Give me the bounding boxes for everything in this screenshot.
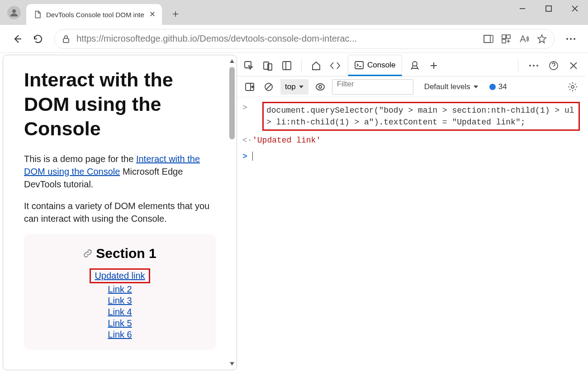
- scroll-up-icon[interactable]: [228, 57, 236, 65]
- clear-console-icon[interactable]: [261, 80, 276, 94]
- chevron-down-icon: [299, 84, 304, 90]
- live-expression-icon[interactable]: [313, 80, 327, 94]
- read-aloud-icon[interactable]: [519, 34, 529, 43]
- favorite-icon[interactable]: [537, 34, 547, 44]
- devtools-tabstrip: Console: [237, 55, 585, 76]
- svg-rect-3: [484, 35, 493, 43]
- tab-console[interactable]: Console: [348, 55, 402, 76]
- inspect-icon[interactable]: [242, 59, 255, 72]
- issues-badge[interactable]: 34: [489, 82, 507, 91]
- svg-rect-6: [507, 35, 510, 38]
- svg-point-19: [536, 65, 538, 67]
- svg-point-24: [571, 86, 574, 88]
- close-window-button[interactable]: [562, 0, 588, 17]
- refresh-button[interactable]: [29, 30, 47, 48]
- close-devtools-icon[interactable]: [567, 59, 580, 72]
- highlighted-code: document.querySelector("body > main > se…: [262, 102, 580, 131]
- svg-rect-7: [502, 39, 506, 43]
- help-icon[interactable]: [547, 59, 560, 72]
- profile-avatar[interactable]: [7, 6, 21, 19]
- section-link[interactable]: Link 3: [108, 296, 132, 305]
- welcome-tab-icon[interactable]: [310, 59, 322, 72]
- svg-point-23: [319, 86, 322, 88]
- document-icon: [33, 10, 42, 19]
- close-tab-icon[interactable]: [149, 11, 156, 18]
- section-link[interactable]: Updated link: [95, 271, 145, 281]
- window-controls: [509, 0, 588, 17]
- scroll-down-icon[interactable]: [228, 360, 236, 368]
- intro-paragraph: This is a demo page for the Interact wit…: [24, 153, 216, 191]
- svg-point-8: [566, 38, 568, 40]
- new-tab-button[interactable]: [167, 6, 184, 22]
- elements-tab-icon[interactable]: [329, 59, 341, 72]
- svg-rect-4: [484, 35, 490, 43]
- svg-point-10: [574, 38, 575, 40]
- url-action-icons: [484, 34, 547, 44]
- section-link[interactable]: Link 6: [108, 329, 132, 339]
- link-section-icon: [83, 249, 92, 258]
- svg-rect-1: [546, 6, 551, 11]
- link-list: Updated link Link 2 Link 3 Link 4 Link 5…: [33, 268, 207, 340]
- list-item: Link 2: [33, 284, 207, 295]
- section-1: Section 1 Updated link Link 2 Link 3 Lin…: [24, 234, 216, 350]
- page-viewport: Interact with the DOM using the Console …: [3, 55, 237, 370]
- svg-point-16: [413, 62, 417, 66]
- page-heading: Interact with the DOM using the Console: [24, 68, 216, 141]
- list-item: Link 3: [33, 296, 207, 306]
- context-selector[interactable]: top: [280, 79, 308, 95]
- console-toolbar: top Filter Default levels 34: [237, 76, 585, 97]
- separator: [518, 59, 518, 72]
- browser-menu-button[interactable]: [562, 30, 580, 48]
- browser-tab[interactable]: DevTools Console tool DOM inte: [26, 4, 162, 25]
- content-split: Interact with the DOM using the Console …: [0, 53, 588, 372]
- devtools-pane: Console top Filter Default levels: [237, 55, 585, 370]
- section-link[interactable]: Link 2: [108, 284, 132, 294]
- filter-input[interactable]: Filter: [332, 79, 413, 95]
- add-tab-icon[interactable]: [427, 59, 440, 72]
- tab-console-label: Console: [367, 61, 395, 70]
- section-heading: Section 1: [83, 246, 156, 261]
- section-link[interactable]: Link 5: [108, 318, 132, 328]
- console-output[interactable]: > document.querySelector("body > main > …: [237, 97, 585, 162]
- svg-point-9: [570, 38, 572, 40]
- output-prompt-icon: <·: [242, 134, 252, 146]
- back-button[interactable]: [8, 30, 26, 48]
- tab-title: DevTools Console tool DOM inte: [46, 11, 145, 19]
- console-output-row: <· 'Updated link': [242, 134, 580, 146]
- scroll-thumb[interactable]: [229, 67, 235, 139]
- input-prompt-icon: >: [242, 151, 252, 162]
- context-label: top: [285, 82, 296, 91]
- section-link[interactable]: Link 4: [108, 307, 132, 317]
- collections-icon[interactable]: [502, 34, 511, 43]
- svg-rect-14: [283, 62, 291, 70]
- list-item: Link 4: [33, 307, 207, 317]
- reader-mode-icon[interactable]: [484, 35, 493, 43]
- console-settings-icon[interactable]: [565, 80, 580, 94]
- issue-count: 34: [498, 82, 507, 91]
- maximize-button[interactable]: [536, 0, 562, 17]
- chevron-down-icon: [473, 84, 479, 90]
- description-paragraph: It contains a variety of DOM elements th…: [24, 200, 216, 225]
- devtools-menu-icon[interactable]: [527, 59, 540, 72]
- svg-rect-5: [502, 35, 506, 38]
- svg-rect-11: [245, 62, 251, 68]
- list-item: Link 5: [33, 318, 207, 329]
- url-text: https://microsoftedge.github.io/Demos/de…: [76, 33, 477, 44]
- dock-icon[interactable]: [280, 59, 293, 72]
- svg-rect-15: [355, 62, 363, 69]
- address-bar[interactable]: https://microsoftedge.github.io/Demos/de…: [54, 29, 555, 49]
- console-prompt-row[interactable]: >: [242, 151, 580, 162]
- scrollbar[interactable]: [228, 57, 236, 368]
- minimize-button[interactable]: [509, 0, 536, 17]
- sidebar-toggle-icon[interactable]: [242, 80, 257, 94]
- console-icon: [355, 61, 364, 69]
- device-toggle-icon[interactable]: [261, 59, 274, 72]
- console-input-row: > document.querySelector("body > main > …: [242, 102, 580, 131]
- log-levels-selector[interactable]: Default levels: [424, 82, 479, 91]
- output-text: 'Updated link': [252, 134, 321, 146]
- lock-icon: [62, 35, 70, 43]
- issue-dot-icon: [489, 84, 496, 90]
- svg-point-18: [533, 65, 535, 67]
- svg-point-17: [529, 65, 531, 67]
- sources-tab-icon[interactable]: [408, 59, 421, 72]
